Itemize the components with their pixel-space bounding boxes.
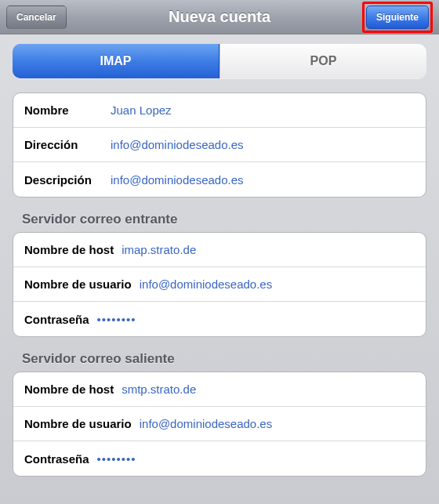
incoming-user-row[interactable]: Nombre de usuario info@dominiodeseado.es <box>13 267 426 302</box>
outgoing-server-group: Nombre de host smtp.strato.de Nombre de … <box>13 372 426 477</box>
incoming-server-group: Nombre de host imap.strato.de Nombre de … <box>13 232 426 337</box>
incoming-pass-value[interactable]: •••••••• <box>97 313 136 326</box>
account-info-group: Nombre Juan Lopez Dirección info@dominio… <box>13 92 426 198</box>
incoming-header: Servidor correo entrante <box>22 212 426 227</box>
outgoing-pass-row[interactable]: Contraseña •••••••• <box>13 441 426 476</box>
incoming-pass-label: Contraseña <box>24 313 89 326</box>
incoming-pass-row[interactable]: Contraseña •••••••• <box>13 302 426 336</box>
outgoing-user-value[interactable]: info@dominiodeseado.es <box>140 417 415 430</box>
tab-pop[interactable]: POP <box>220 44 426 78</box>
incoming-host-row[interactable]: Nombre de host imap.strato.de <box>13 233 426 267</box>
address-value[interactable]: info@dominiodeseado.es <box>111 138 415 151</box>
name-value[interactable]: Juan Lopez <box>111 103 415 117</box>
description-row[interactable]: Descripción info@dominiodeseado.es <box>13 162 426 197</box>
address-label: Dirección <box>24 138 103 151</box>
next-button[interactable]: Siguiente <box>366 5 429 29</box>
protocol-segment-control: IMAP POP <box>13 44 426 78</box>
page-title: Nueva cuenta <box>169 8 270 26</box>
outgoing-pass-value[interactable]: •••••••• <box>97 452 136 466</box>
outgoing-pass-label: Contraseña <box>24 452 89 466</box>
description-label: Descripción <box>24 173 103 187</box>
tab-imap[interactable]: IMAP <box>13 44 220 78</box>
incoming-user-value[interactable]: info@dominiodeseado.es <box>140 277 415 291</box>
outgoing-user-label: Nombre de usuario <box>24 417 132 430</box>
name-label: Nombre <box>24 103 103 117</box>
incoming-host-value[interactable]: imap.strato.de <box>122 243 415 256</box>
outgoing-host-label: Nombre de host <box>24 383 114 396</box>
name-row[interactable]: Nombre Juan Lopez <box>13 93 426 128</box>
incoming-host-label: Nombre de host <box>24 243 114 256</box>
outgoing-host-row[interactable]: Nombre de host smtp.strato.de <box>13 372 426 407</box>
content-area: IMAP POP Nombre Juan Lopez Dirección inf… <box>0 34 439 500</box>
next-button-highlight: Siguiente <box>362 2 433 33</box>
outgoing-user-row[interactable]: Nombre de usuario info@dominiodeseado.es <box>13 407 426 441</box>
cancel-button[interactable]: Cancelar <box>6 5 67 29</box>
description-value[interactable]: info@dominiodeseado.es <box>111 173 415 187</box>
incoming-user-label: Nombre de usuario <box>24 277 132 291</box>
header-bar: Cancelar Nueva cuenta Siguiente <box>0 0 439 34</box>
outgoing-host-value[interactable]: smtp.strato.de <box>122 383 415 396</box>
address-row[interactable]: Dirección info@dominiodeseado.es <box>13 128 426 162</box>
outgoing-header: Servidor correo saliente <box>22 351 426 367</box>
